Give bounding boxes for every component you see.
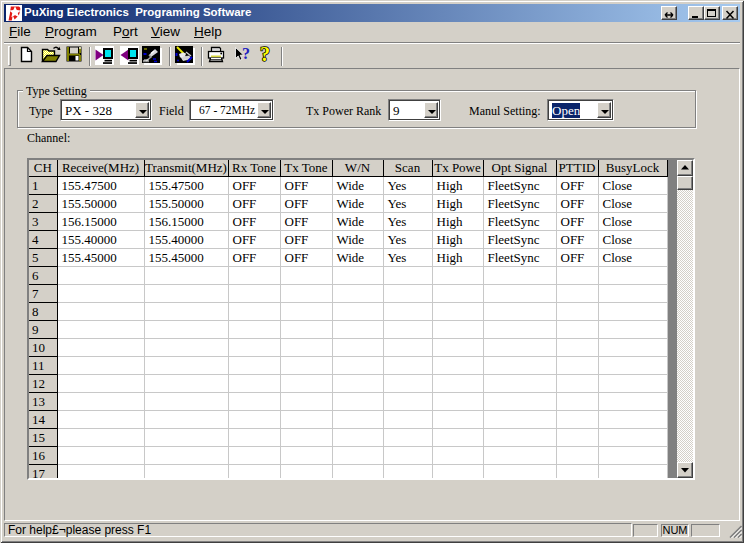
svg-text:?: ? xyxy=(242,46,250,62)
svg-text:?: ? xyxy=(260,45,270,64)
